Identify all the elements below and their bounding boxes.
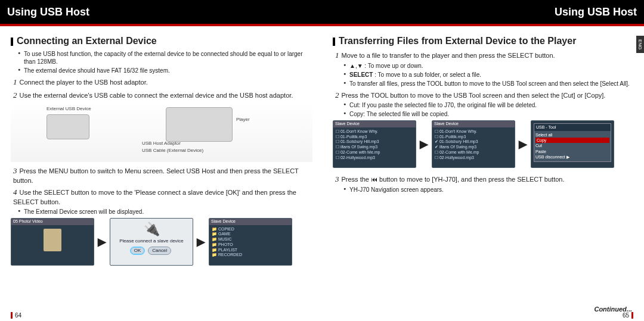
step: 3Press the ⏮ button to move to [YH-J70],…	[335, 174, 634, 185]
screen-title: Slave Device	[432, 121, 515, 127]
sub-note: Copy: The selected file will be copied.	[343, 110, 634, 118]
page-number: 64	[11, 312, 21, 319]
screens-row-left: 05 Photo/ Video ▶ 🔌 Please connect a sla…	[11, 218, 312, 266]
note: To use USB host function, the capacity o…	[18, 50, 312, 66]
dialog-text: Please connect a slave device	[113, 238, 190, 244]
sub-note: SELECT : To move to a sub folder, or sel…	[343, 71, 634, 79]
slave-device-screen: Slave Device ☐ 01-Don't Know Why. ☐ 01-P…	[333, 120, 416, 168]
cancel-button[interactable]: Cancel	[148, 247, 171, 255]
list-item: 📁 GAME	[212, 232, 289, 237]
sub-note: YH-J70 Navigation screen appears.	[343, 186, 634, 194]
page-right: Using USB Host ENG Transferring Files fr…	[322, 0, 644, 321]
list-item: ☐ 01-Don't Know Why.	[435, 129, 512, 135]
screen-title: 05 Photo/ Video	[11, 219, 94, 225]
list-item: ✔ iltans Of Swing.mp3	[435, 145, 512, 150]
label: USB Cable (External Device)	[142, 148, 203, 153]
dialog-screen: 🔌 Please connect a slave device OK Cance…	[110, 218, 193, 266]
list-item: 📁 PLAYLIST	[212, 248, 289, 253]
list-item: ☐ 02-Hollywood.mp3	[336, 155, 413, 161]
usb-tool-screen: USB - Tool Select all Copy Cut Paste USB…	[531, 120, 614, 168]
label: USB Host Adaptor	[142, 141, 181, 146]
list-item: 📁 MUSIC	[212, 237, 289, 242]
screens-row-right: Slave Device ☐ 01-Don't Know Why. ☐ 01-P…	[333, 120, 634, 168]
list-item: ☐ 01-Solsbury Hill.mp3	[336, 139, 413, 145]
ok-button[interactable]: OK	[130, 247, 145, 255]
list-item: ☐ 02-Come with Me.mp	[336, 150, 413, 155]
note: The External Device screen will be displ…	[18, 208, 312, 216]
menu-screen: 05 Photo/ Video	[11, 218, 94, 266]
player-device-icon	[166, 107, 233, 142]
menu-item[interactable]: USB disconnect	[535, 155, 565, 159]
list-item: ☐ 02-Come with Me.mp	[435, 150, 512, 155]
slave-device-screen: Slave Device 📁 COPIED 📁 GAME 📁 MUSIC 📁 P…	[209, 218, 292, 266]
sub-note: Cut: If you paste the selected file to J…	[343, 101, 634, 109]
h2-text: Transferring Files from External Device …	[339, 36, 576, 46]
h2-text: Connecting an External Device	[17, 36, 157, 46]
list-item: ☐ 01-Politik.mp3	[336, 135, 413, 140]
arrow-right-icon: ▶	[197, 235, 205, 248]
page-number: 65	[623, 312, 633, 319]
usb-cable-icon: 🔌	[113, 221, 190, 238]
step: 2Use the external device's USB cable to …	[13, 90, 312, 101]
step: 1Connect the player to the USB host adap…	[13, 77, 312, 88]
menu-item[interactable]: Select all	[535, 133, 552, 137]
arrow-right-icon: ▶	[420, 138, 428, 151]
section-title-transferring: Transferring Files from External Device …	[333, 36, 634, 46]
slave-device-screen-checked: Slave Device ☐ 01-Don't Know Why. ☐ 01-P…	[432, 120, 515, 168]
screen-title: Slave Device	[333, 121, 416, 127]
step: 2Press the TOOL button to move to the US…	[335, 90, 634, 101]
list-item: ☐ iltans Of Swing.mp3	[336, 145, 413, 150]
list-item: 📁 PHOTO	[212, 242, 289, 248]
header-right: Using USB Host	[322, 0, 644, 26]
menu-item-selected[interactable]: Copy	[535, 138, 609, 143]
screen-title: Slave Device	[209, 219, 292, 225]
arrow-right-icon: ▶	[98, 235, 106, 248]
connection-diagram: External USB Device Player USB Host Adap…	[11, 104, 312, 162]
label: External USB Device	[47, 106, 91, 111]
step: 3Press the MENU button to switch to Menu…	[13, 166, 312, 185]
section-title-connecting: Connecting an External Device	[11, 36, 312, 46]
label: Player	[236, 117, 250, 122]
list-item: ☐ 02-Hollywood.mp3	[435, 155, 512, 161]
step: 1Move to a file to transfer to the playe…	[335, 50, 634, 61]
external-device-icon	[47, 114, 89, 139]
list-item: ✔ 01-Solsbury Hill.mp3	[435, 139, 512, 145]
arrow-right-icon: ▶	[519, 138, 527, 151]
list-item: ☐ 01-Politik.mp3	[435, 135, 512, 140]
sub-note: ▲,▼ : To move up or down.	[343, 62, 634, 70]
step: 4Use the SELECT button to move to the 'P…	[13, 187, 312, 206]
header-left: Using USB Host	[0, 0, 322, 26]
menu-item[interactable]: Paste	[535, 149, 546, 154]
note: The external device should have FAT 16/3…	[18, 67, 312, 74]
usb-plug-icon	[44, 229, 61, 251]
sub-note: To transfer all files, press the TOOL bu…	[343, 80, 634, 88]
list-item: 📁 RECORDED	[212, 253, 289, 258]
screen-title: USB - Tool	[534, 124, 611, 130]
page-left: Using USB Host Connecting an External De…	[0, 0, 322, 321]
list-item: 📁 COPIED	[212, 227, 289, 232]
list-item: ☐ 01-Don't Know Why.	[336, 129, 413, 135]
menu-item[interactable]: Cut	[535, 144, 542, 148]
